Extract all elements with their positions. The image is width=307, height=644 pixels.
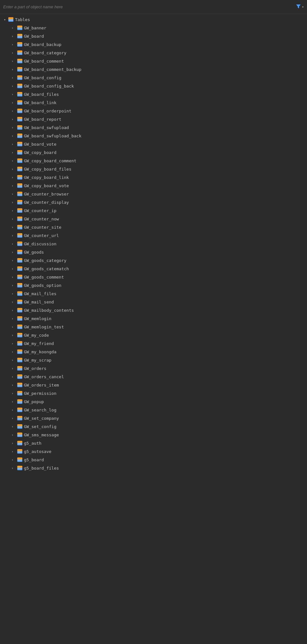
- table-item[interactable]: › GW_counter_display ···: [3, 198, 307, 206]
- table-item[interactable]: › GW_orders_item ···: [3, 381, 307, 389]
- table-expand-arrow: ›: [11, 317, 16, 320]
- table-name: GW_board_config_back: [24, 84, 294, 88]
- table-item[interactable]: › GW_permission ···: [3, 389, 307, 397]
- table-item[interactable]: › GW_board_swfupload ···: [3, 123, 307, 132]
- table-expand-arrow: ›: [11, 358, 16, 362]
- table-item[interactable]: › GW_board_link ···: [3, 98, 307, 107]
- table-icon: [17, 366, 22, 371]
- table-item[interactable]: › GW_board_comment ···: [3, 57, 307, 65]
- table-name: GW_goods_category: [24, 258, 294, 263]
- table-item[interactable]: › GW_board_config_back ···: [3, 82, 307, 90]
- table-icon: [17, 308, 22, 312]
- table-item[interactable]: › GW_board_report ···: [3, 115, 307, 123]
- table-item[interactable]: › GW_counter_site ···: [3, 223, 307, 231]
- table-name: GW_board_backup: [24, 42, 294, 47]
- table-item[interactable]: › GW_board_vote ···: [3, 140, 307, 148]
- table-item[interactable]: › g5_auth ···: [3, 439, 307, 447]
- table-item[interactable]: › GW_popup ···: [3, 397, 307, 406]
- table-item[interactable]: › GW_discussion ···: [3, 240, 307, 248]
- table-icon: [17, 192, 22, 196]
- table-item[interactable]: › GW_mailbody_contents ···: [3, 306, 307, 314]
- filter-icon: [296, 4, 301, 11]
- table-item[interactable]: › GW_memlogin_test ···: [3, 323, 307, 331]
- table-item[interactable]: › GW_orders ···: [3, 364, 307, 372]
- table-item[interactable]: › g5_autosave ···: [3, 447, 307, 456]
- table-item[interactable]: › GW_counter_url ···: [3, 231, 307, 240]
- table-item[interactable]: › GW_memlogin ···: [3, 314, 307, 323]
- table-expand-arrow: ›: [11, 43, 16, 46]
- table-icon: [17, 300, 22, 304]
- table-item[interactable]: › GW_mail_send ···: [3, 298, 307, 306]
- table-item[interactable]: › GW_board_swfupload_back ···: [3, 132, 307, 140]
- table-item[interactable]: › GW_my_friend ···: [3, 339, 307, 348]
- search-input[interactable]: [3, 4, 296, 9]
- table-item[interactable]: › GW_copy_board_files ···: [3, 165, 307, 173]
- table-icon: [17, 466, 22, 470]
- table-icon: [17, 142, 22, 146]
- table-expand-arrow: ›: [11, 217, 16, 221]
- table-item[interactable]: › GW_set_config ···: [3, 422, 307, 431]
- table-item[interactable]: › GW_board_backup ···: [3, 40, 307, 49]
- table-expand-arrow: ›: [11, 68, 16, 71]
- table-expand-arrow: ›: [11, 159, 16, 163]
- table-item[interactable]: › GW_copy_board ···: [3, 148, 307, 157]
- table-icon: [17, 275, 22, 279]
- table-item[interactable]: › GW_goods_catematch ···: [3, 264, 307, 273]
- table-item[interactable]: › GW_counter_browser ···: [3, 190, 307, 198]
- table-icon: [17, 50, 22, 55]
- table-item[interactable]: › GW_my_koongda ···: [3, 348, 307, 356]
- tables-group-header[interactable]: ▾ Tables: [3, 15, 307, 24]
- table-item[interactable]: › GW_goods ···: [3, 248, 307, 256]
- table-item[interactable]: › g5_board ···: [3, 456, 307, 464]
- table-item[interactable]: › GW_board_config ···: [3, 73, 307, 82]
- table-item[interactable]: › GW_search_log ···: [3, 406, 307, 414]
- table-expand-arrow: ›: [11, 242, 16, 246]
- table-item[interactable]: › GW_goods_option ···: [3, 281, 307, 289]
- table-item[interactable]: › GW_orders_cancel ···: [3, 372, 307, 381]
- table-item[interactable]: › GW_counter_ip ···: [3, 206, 307, 215]
- table-name: GW_copy_board_comment: [24, 158, 294, 163]
- table-item[interactable]: › GW_mail_files ···: [3, 289, 307, 298]
- table-name: GW_copy_board_vote: [24, 183, 294, 188]
- table-name: GW_copy_board_link: [24, 175, 294, 180]
- table-item[interactable]: › GW_board ···: [3, 32, 307, 40]
- table-name: GW_counter_url: [24, 233, 294, 238]
- table-name: GW_orders_item: [24, 383, 294, 387]
- table-expand-arrow: ›: [11, 334, 16, 337]
- table-item[interactable]: › GW_counter_now ···: [3, 215, 307, 223]
- table-expand-arrow: ›: [11, 383, 16, 387]
- table-item[interactable]: › GW_board_category ···: [3, 49, 307, 57]
- table-item[interactable]: › GW_copy_board_vote ···: [3, 181, 307, 190]
- table-item[interactable]: › GW_board_files ···: [3, 90, 307, 98]
- table-name: GW_board_comment: [24, 59, 294, 64]
- table-item[interactable]: › GW_sms_message ···: [3, 431, 307, 439]
- table-item[interactable]: › GW_goods_category ···: [3, 256, 307, 264]
- table-name: g5_auth: [24, 441, 294, 446]
- filter-area[interactable]: ▾: [296, 4, 304, 11]
- table-item[interactable]: › GW_set_company ···: [3, 414, 307, 422]
- table-expand-arrow: ›: [11, 76, 16, 80]
- table-name: GW_search_log: [24, 408, 294, 412]
- table-name: GW_mailbody_contents: [24, 308, 294, 313]
- table-name: GW_counter_display: [24, 200, 294, 205]
- table-name: GW_mail_files: [24, 291, 294, 296]
- table-item[interactable]: › g5_board_files ···: [3, 464, 307, 472]
- table-name: GW_permission: [24, 391, 294, 396]
- table-expand-arrow: ›: [11, 109, 16, 113]
- table-name: GW_board_files: [24, 92, 294, 97]
- table-item[interactable]: › GW_board_orderpoint ···: [3, 107, 307, 115]
- table-name: GW_copy_board_files: [24, 167, 294, 172]
- table-name: GW_my_code: [24, 333, 294, 338]
- table-item[interactable]: › GW_goods_comment ···: [3, 273, 307, 281]
- table-item[interactable]: › GW_copy_board_link ···: [3, 173, 307, 181]
- table-item[interactable]: › GW_my_scrap ···: [3, 356, 307, 364]
- table-item[interactable]: › GW_my_code ···: [3, 331, 307, 339]
- table-icon: [17, 117, 22, 121]
- table-item[interactable]: › GW_board_comment_backup ···: [3, 65, 307, 73]
- table-expand-arrow: ›: [11, 259, 16, 262]
- table-expand-arrow: ›: [11, 392, 16, 395]
- table-expand-arrow: ›: [11, 101, 16, 104]
- table-item[interactable]: › GW_copy_board_comment ···: [3, 157, 307, 165]
- table-expand-arrow: ›: [11, 325, 16, 329]
- table-item[interactable]: › GW_banner ···: [3, 24, 307, 32]
